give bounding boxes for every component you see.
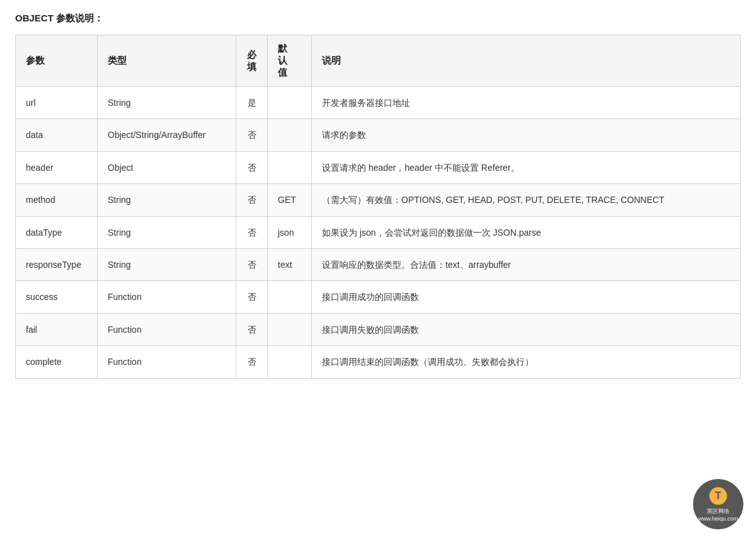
page-title: OBJECT 参数说明： xyxy=(15,13,741,25)
table-row: successFunction否接口调用成功的回调函数 xyxy=(16,281,741,313)
cell-desc: 设置请求的 header，header 中不能设置 Referer。 xyxy=(312,151,741,183)
cell-param: success xyxy=(16,281,98,313)
cell-type: String xyxy=(98,216,236,248)
cell-desc: 设置响应的数据类型。合法值：text、arraybuffer xyxy=(312,248,741,280)
th-desc: 说明 xyxy=(312,35,741,87)
params-table: 参数 类型 必 填 默 认 值 说明 urlString是开发者服务器接口地址d… xyxy=(15,35,741,379)
table-row: responseTypeString否text设置响应的数据类型。合法值：tex… xyxy=(16,248,741,280)
cell-required: 否 xyxy=(236,119,268,151)
table-row: urlString是开发者服务器接口地址 xyxy=(16,87,741,119)
cell-type: Function xyxy=(98,346,236,378)
cell-type: String xyxy=(98,87,236,119)
cell-required: 否 xyxy=(236,281,268,313)
cell-type: String xyxy=(98,248,236,280)
cell-required: 否 xyxy=(236,313,268,345)
cell-required: 否 xyxy=(236,346,268,378)
cell-required: 是 xyxy=(236,87,268,119)
table-row: methodString否GET（需大写）有效值：OPTIONS, GET, H… xyxy=(16,184,741,216)
cell-required: 否 xyxy=(236,216,268,248)
cell-param: url xyxy=(16,87,98,119)
table-header-row: 参数 类型 必 填 默 认 值 说明 xyxy=(16,35,741,87)
cell-required: 否 xyxy=(236,184,268,216)
cell-param: header xyxy=(16,151,98,183)
cell-desc: （需大写）有效值：OPTIONS, GET, HEAD, POST, PUT, … xyxy=(312,184,741,216)
cell-type: Object xyxy=(98,151,236,183)
table-row: completeFunction否接口调用结束的回调函数（调用成功、失败都会执行… xyxy=(16,346,741,378)
th-param: 参数 xyxy=(16,35,98,87)
cell-desc: 接口调用成功的回调函数 xyxy=(312,281,741,313)
cell-default xyxy=(268,151,312,183)
th-default: 默 认 值 xyxy=(268,35,312,87)
cell-desc: 请求的参数 xyxy=(312,119,741,151)
cell-type: Function xyxy=(98,313,236,345)
cell-default xyxy=(268,87,312,119)
cell-desc: 接口调用失败的回调函数 xyxy=(312,313,741,345)
th-type: 类型 xyxy=(98,35,236,87)
cell-default: text xyxy=(268,248,312,280)
cell-param: complete xyxy=(16,346,98,378)
th-required: 必 填 xyxy=(236,35,268,87)
table-row: failFunction否接口调用失败的回调函数 xyxy=(16,313,741,345)
cell-default xyxy=(268,313,312,345)
cell-default: json xyxy=(268,216,312,248)
cell-param: responseType xyxy=(16,248,98,280)
cell-required: 否 xyxy=(236,248,268,280)
cell-default xyxy=(268,346,312,378)
table-row: dataObject/String/ArrayBuffer否请求的参数 xyxy=(16,119,741,151)
cell-desc: 开发者服务器接口地址 xyxy=(312,87,741,119)
cell-param: dataType xyxy=(16,216,98,248)
cell-required: 否 xyxy=(236,151,268,183)
table-row: headerObject否设置请求的 header，header 中不能设置 R… xyxy=(16,151,741,183)
cell-param: method xyxy=(16,184,98,216)
cell-param: data xyxy=(16,119,98,151)
cell-type: Object/String/ArrayBuffer xyxy=(98,119,236,151)
cell-desc: 如果设为 json，会尝试对返回的数据做一次 JSON.parse xyxy=(312,216,741,248)
cell-type: Function xyxy=(98,281,236,313)
cell-default xyxy=(268,119,312,151)
cell-default: GET xyxy=(268,184,312,216)
cell-type: String xyxy=(98,184,236,216)
cell-param: fail xyxy=(16,313,98,345)
cell-default xyxy=(268,281,312,313)
cell-desc: 接口调用结束的回调函数（调用成功、失败都会执行） xyxy=(312,346,741,378)
table-row: dataTypeString否json如果设为 json，会尝试对返回的数据做一… xyxy=(16,216,741,248)
